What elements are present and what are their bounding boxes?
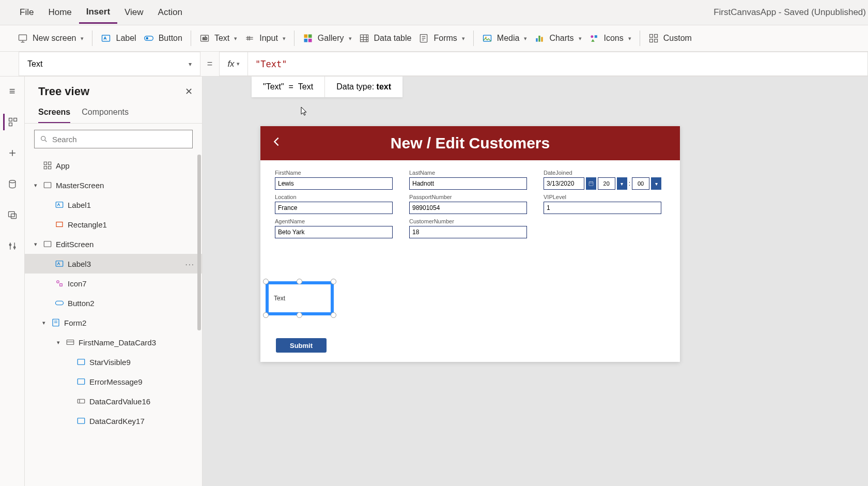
node-form2[interactable]: ▾ Form2 xyxy=(25,313,202,332)
svg-rect-48 xyxy=(78,399,85,403)
tab-components[interactable]: Components xyxy=(82,104,129,123)
ribbon-forms[interactable]: Forms▾ xyxy=(417,31,466,45)
tree-search[interactable] xyxy=(34,130,193,148)
vip-label: VIPLevel xyxy=(544,194,661,200)
icons-icon xyxy=(589,33,600,43)
fx-button[interactable]: fx▾ xyxy=(219,52,248,76)
rail-media[interactable] xyxy=(4,207,21,223)
hour-chevron-down-icon[interactable]: ▾ xyxy=(617,177,627,190)
resize-handle[interactable] xyxy=(297,279,302,284)
node-label1[interactable]: Label1 xyxy=(25,195,202,215)
resize-handle[interactable] xyxy=(331,279,336,284)
node-editscreen[interactable]: ▾ EditScreen xyxy=(25,234,202,254)
ribbon-charts[interactable]: Charts▾ xyxy=(533,31,582,45)
resize-handle[interactable] xyxy=(263,312,269,318)
svg-rect-19 xyxy=(649,35,653,38)
ribbon-custom[interactable]: Custom xyxy=(647,31,693,45)
field-datejoined: DateJoined 3/13/2020 20 ▾ : 00 ▾ xyxy=(544,170,661,190)
passport-input[interactable]: 98901054 xyxy=(409,202,527,214)
svg-rect-42 xyxy=(60,284,63,286)
svg-rect-21 xyxy=(649,39,653,42)
datejoined-input[interactable]: 3/13/2020 xyxy=(544,177,584,190)
form-node-icon xyxy=(51,318,60,327)
tab-screens[interactable]: Screens xyxy=(38,104,70,123)
svg-rect-47 xyxy=(78,379,85,385)
agent-input[interactable]: Beto Yark xyxy=(275,226,393,238)
menu-view[interactable]: View xyxy=(117,2,151,23)
formula-result-bar: "Text" = Text Data type: text xyxy=(252,77,402,97)
node-datacardkey[interactable]: DataCardKey17 xyxy=(25,411,202,431)
rail-data[interactable] xyxy=(4,176,21,192)
rail-insert[interactable] xyxy=(4,145,21,161)
ribbon-input[interactable]: Input▾ xyxy=(243,31,287,45)
svg-rect-0 xyxy=(19,35,27,40)
ribbon-datatable[interactable]: Data table xyxy=(358,31,413,45)
vip-input[interactable]: 1 xyxy=(544,202,661,214)
node-masterscreen[interactable]: ▾ MasterScreen xyxy=(25,175,202,195)
resize-handle[interactable] xyxy=(331,312,336,318)
location-input[interactable]: France xyxy=(275,202,393,214)
node-more-icon[interactable]: ··· xyxy=(185,260,195,268)
selected-label-control[interactable]: Text xyxy=(266,281,334,315)
formula-result: "Text" = Text xyxy=(252,77,325,97)
node-label3[interactable]: Label3 ··· xyxy=(25,254,202,274)
ribbon-media[interactable]: Media▾ xyxy=(481,31,529,45)
node-icon7[interactable]: Icon7 xyxy=(25,274,202,293)
submit-button[interactable]: Submit xyxy=(276,338,327,353)
left-rail: ≡ xyxy=(0,77,25,486)
label-node-icon xyxy=(55,259,64,268)
form-grid: FirstName Lewis LastName Hadnott DateJoi… xyxy=(260,160,680,238)
firstname-input[interactable]: Lewis xyxy=(275,177,393,190)
app-screen[interactable]: New / Edit Customers FirstName Lewis Las… xyxy=(260,126,680,362)
menu-file[interactable]: File xyxy=(12,2,41,23)
canvas[interactable]: New / Edit Customers FirstName Lewis Las… xyxy=(203,77,868,486)
svg-rect-7 xyxy=(308,35,312,38)
calendar-icon[interactable] xyxy=(586,177,596,190)
minute-dropdown[interactable]: 00 xyxy=(632,177,649,190)
rail-hamburger[interactable]: ≡ xyxy=(4,83,21,99)
menu-insert[interactable]: Insert xyxy=(79,2,117,24)
node-starvisible[interactable]: StarVisible9 xyxy=(25,352,202,372)
node-app[interactable]: App xyxy=(25,156,202,175)
rail-treeview[interactable] xyxy=(3,114,20,130)
minute-chevron-down-icon[interactable]: ▾ xyxy=(651,177,661,190)
tree-scrollbar[interactable] xyxy=(197,155,201,330)
ribbon-button[interactable]: Button xyxy=(143,31,183,45)
tree-view-close[interactable]: ✕ xyxy=(185,86,193,97)
lastname-input[interactable]: Hadnott xyxy=(409,177,527,190)
ribbon-gallery[interactable]: Gallery▾ xyxy=(302,31,353,45)
ribbon-new-screen[interactable]: New screen▾ xyxy=(17,31,85,45)
node-button2[interactable]: Button2 xyxy=(25,293,202,313)
ribbon-icons[interactable]: Icons▾ xyxy=(588,31,632,45)
resize-handle[interactable] xyxy=(297,312,302,318)
property-dropdown[interactable]: Text▾ xyxy=(19,52,200,76)
node-datacard[interactable]: ▾ FirstName_DataCard3 xyxy=(25,332,202,352)
rail-tools[interactable] xyxy=(4,238,21,254)
hour-dropdown[interactable]: 20 xyxy=(598,177,615,190)
node-rectangle1[interactable]: Rectangle1 xyxy=(25,215,202,234)
formula-input[interactable]: "Text" xyxy=(248,52,868,76)
menu-action[interactable]: Action xyxy=(151,2,190,23)
svg-rect-43 xyxy=(56,301,64,305)
customernumber-input[interactable]: 18 xyxy=(409,226,527,238)
label-icon xyxy=(101,33,112,43)
svg-rect-46 xyxy=(78,359,85,365)
ribbon-label[interactable]: Label xyxy=(100,31,137,45)
svg-rect-8 xyxy=(304,39,307,42)
tree-search-input[interactable] xyxy=(52,135,187,144)
svg-point-3 xyxy=(146,37,148,39)
menu-home[interactable]: Home xyxy=(41,2,79,23)
svg-rect-49 xyxy=(78,418,85,424)
svg-rect-50 xyxy=(589,182,593,186)
label-node-icon xyxy=(76,416,86,426)
svg-text:ab: ab xyxy=(203,36,208,41)
back-icon[interactable] xyxy=(271,134,282,153)
firstname-label: FirstName xyxy=(275,170,393,176)
resize-handle[interactable] xyxy=(263,279,269,284)
node-datacardvalue[interactable]: DataCardValue16 xyxy=(25,391,202,411)
ribbon-text[interactable]: ab Text▾ xyxy=(198,31,238,45)
node-errormessage[interactable]: ErrorMessage9 xyxy=(25,372,202,391)
search-icon xyxy=(40,135,48,143)
svg-rect-25 xyxy=(14,118,17,122)
app-icon xyxy=(43,161,52,170)
